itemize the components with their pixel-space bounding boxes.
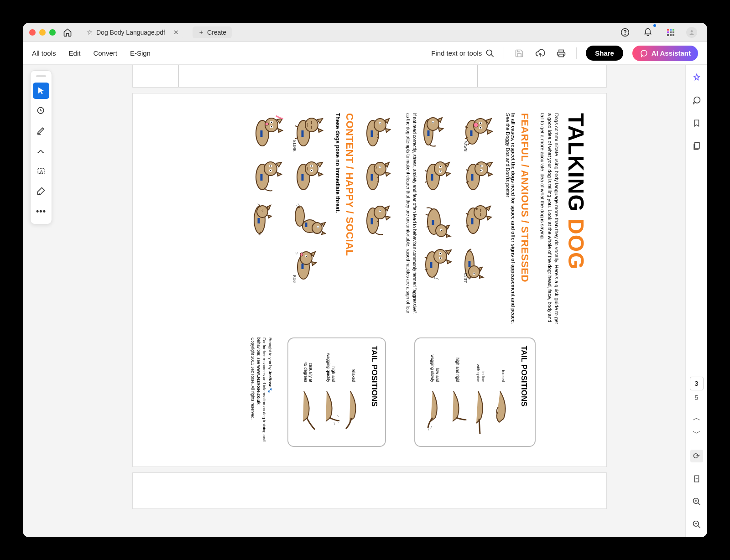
text-box-tool[interactable]: A [33, 163, 49, 179]
svg-rect-8 [667, 34, 669, 36]
svg-point-105 [270, 170, 271, 171]
save-icon[interactable] [513, 47, 525, 59]
fearful-row-2 [423, 113, 459, 328]
svg-point-98 [271, 126, 272, 128]
close-tab-button[interactable]: ✕ [173, 29, 179, 36]
search-icon [485, 49, 495, 58]
section-content-sub: These dogs pose no immediate threat. [334, 113, 341, 328]
panel-pages-icon[interactable] [690, 140, 703, 152]
toolbar: All tools Edit Convert E-Sign Find text … [23, 42, 707, 65]
ai-chat-icon [640, 49, 648, 57]
star-icon[interactable]: ☆ [87, 28, 93, 36]
zoom-in-icon[interactable] [690, 495, 703, 508]
right-rail: 3 5 ︿ ﹀ ⟳ [685, 65, 707, 537]
menu-edit[interactable]: Edit [69, 49, 81, 57]
svg-rect-9 [670, 34, 672, 36]
document-viewport[interactable]: TALKING DOG Dogs communicate using body … [23, 65, 707, 537]
palette-grip[interactable] [36, 75, 46, 77]
maximize-window-button[interactable] [49, 29, 56, 36]
page-total: 5 [695, 394, 699, 401]
svg-point-91 [306, 256, 307, 257]
highlight-tool[interactable] [33, 123, 49, 139]
profile-avatar[interactable] [686, 27, 697, 38]
home-button[interactable] [60, 25, 75, 40]
tail-positions-stressed: TAIL POSITIONS tucked in line with spine… [414, 337, 536, 447]
svg-point-82 [311, 170, 313, 171]
create-button[interactable]: ＋ Create [193, 26, 232, 38]
section-content-title: CONTENT / HAPPY / SOCIAL [344, 113, 355, 328]
menu-all-tools[interactable]: All tools [32, 49, 56, 57]
svg-point-85 [312, 223, 322, 233]
zoom-out-icon[interactable] [690, 518, 703, 531]
print-icon[interactable] [555, 47, 567, 59]
panel-bookmark-icon[interactable] [690, 117, 703, 130]
label-yawn: YAWN [463, 141, 467, 151]
close-window-button[interactable] [29, 29, 36, 36]
rotate-button[interactable]: ⟳ [690, 450, 703, 462]
label-kiss: KISS [292, 275, 297, 283]
sign-tool[interactable] [33, 183, 49, 199]
svg-point-56 [441, 230, 442, 231]
plus-icon: ＋ [198, 28, 204, 36]
tab-title: Dog Body Language.pdf [96, 29, 165, 36]
svg-point-62 [439, 258, 441, 259]
svg-point-99 [265, 123, 269, 125]
svg-text:A: A [40, 169, 43, 174]
svg-point-12 [487, 50, 492, 55]
label-sniff: SNIFF [463, 273, 467, 283]
svg-rect-3 [670, 29, 672, 31]
page-content: TALKING DOG Dogs communicate using body … [132, 93, 607, 467]
svg-point-52 [440, 171, 441, 172]
svg-point-87 [318, 227, 318, 228]
fit-width-icon[interactable] [690, 472, 703, 485]
page-down-button[interactable]: ﹀ [690, 427, 703, 440]
find-label: Find text or tools [431, 49, 482, 57]
select-tool[interactable] [33, 83, 49, 99]
ai-assistant-button[interactable]: AI Assistant [632, 46, 698, 61]
svg-point-38 [476, 208, 478, 210]
svg-point-35 [477, 163, 479, 165]
svg-point-1 [625, 34, 625, 34]
menu-esign[interactable]: E-Sign [130, 49, 151, 57]
svg-point-46 [433, 122, 433, 123]
page-current[interactable]: 3 [690, 377, 704, 390]
svg-point-101 [264, 162, 277, 176]
more-tools[interactable]: ••• [33, 203, 49, 219]
cloud-upload-icon[interactable] [534, 47, 546, 59]
tail-positions-happy: TAIL POSITIONS relaxed high and wagging … [287, 337, 386, 447]
traffic-lights [29, 29, 56, 36]
panel-ai-icon[interactable] [690, 71, 703, 84]
titlebar-right [618, 25, 701, 40]
doc-title: TALKING DOG [563, 113, 589, 328]
panel-comment-icon[interactable] [690, 94, 703, 107]
svg-point-103 [270, 166, 271, 167]
label-blink: BLINK [292, 140, 297, 151]
svg-point-34 [480, 170, 481, 171]
app-window: ☆ Dog Body Language.pdf ✕ ＋ Create [23, 23, 707, 537]
find-tool[interactable]: Find text or tools [431, 49, 495, 58]
menu-convert[interactable]: Convert [93, 49, 117, 57]
svg-rect-5 [667, 31, 669, 33]
comment-tool[interactable] [33, 103, 49, 119]
pdf-page: TALKING DOG Dogs communicate using body … [132, 93, 607, 467]
prev-page-edge [132, 65, 607, 88]
menu-left: All tools Edit Convert E-Sign [32, 49, 151, 57]
credits: Brought to you by JezRose🐾 For further r… [250, 337, 273, 447]
draw-tool[interactable] [33, 143, 49, 159]
notifications-icon[interactable] [641, 25, 655, 40]
svg-point-60 [439, 253, 441, 254]
page-up-button[interactable]: ︿ [690, 411, 703, 424]
apps-icon[interactable] [663, 25, 678, 40]
intro-text: Dogs communicate using body language mor… [539, 113, 560, 327]
help-icon[interactable] [618, 25, 632, 40]
happy-row-2 [252, 113, 289, 328]
create-label: Create [207, 29, 226, 36]
svg-point-96 [271, 122, 272, 123]
document-tab[interactable]: ☆ Dog Body Language.pdf ✕ [82, 26, 183, 38]
svg-point-25 [480, 123, 481, 124]
svg-point-92 [300, 253, 303, 256]
share-button[interactable]: Share [586, 46, 623, 61]
svg-point-27 [480, 127, 481, 129]
minimize-window-button[interactable] [39, 29, 46, 36]
svg-point-42 [474, 273, 474, 274]
